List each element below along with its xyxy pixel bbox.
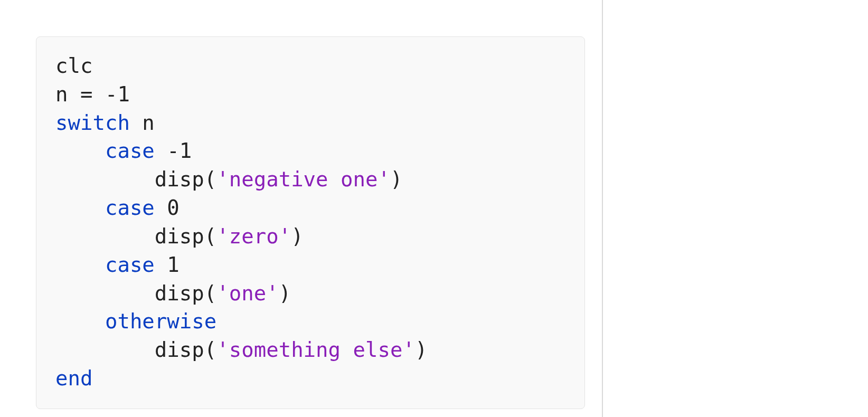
code-line: case -1 — [55, 139, 192, 163]
code-block[interactable]: clc n = -1 switch n case -1 disp('negati… — [36, 36, 585, 409]
code-line: case 1 — [55, 253, 180, 277]
text-token: n = -1 — [55, 82, 130, 106]
sidebar-column — [603, 0, 868, 417]
text-token: 0 — [155, 196, 180, 220]
string-token: 'something else' — [216, 338, 415, 362]
code-line: case 0 — [55, 196, 180, 220]
keyword-token: otherwise — [105, 309, 216, 333]
keyword-token: switch — [55, 111, 130, 135]
code-line: clc — [55, 54, 92, 78]
string-token: 'one' — [216, 281, 278, 305]
text-token: disp( — [155, 281, 216, 305]
code-line: otherwise — [55, 309, 216, 333]
code-line: end — [55, 366, 92, 390]
string-token: 'zero' — [216, 224, 291, 248]
keyword-token: case — [105, 253, 155, 277]
string-token: 'negative one' — [216, 167, 390, 191]
text-token: clc — [55, 54, 92, 78]
keyword-token: case — [105, 139, 155, 163]
text-token: -1 — [155, 139, 192, 163]
keyword-token: case — [105, 196, 155, 220]
text-token: ) — [291, 224, 303, 248]
code-line: switch n — [55, 111, 155, 135]
keyword-token: end — [55, 366, 92, 390]
text-token: n — [130, 111, 155, 135]
text-token: disp( — [155, 224, 216, 248]
code-line: disp('something else') — [55, 338, 427, 362]
text-token: ) — [415, 338, 427, 362]
code-line: disp('one') — [55, 281, 291, 305]
text-token: disp( — [155, 338, 216, 362]
text-token: disp( — [155, 167, 216, 191]
page: clc n = -1 switch n case -1 disp('negati… — [0, 0, 868, 417]
text-token: 1 — [155, 253, 180, 277]
main-column: clc n = -1 switch n case -1 disp('negati… — [0, 0, 602, 417]
code-line: n = -1 — [55, 82, 130, 106]
text-token: ) — [390, 167, 402, 191]
code-line: disp('zero') — [55, 224, 304, 248]
text-token: ) — [279, 281, 291, 305]
code-line: disp('negative one') — [55, 167, 402, 191]
